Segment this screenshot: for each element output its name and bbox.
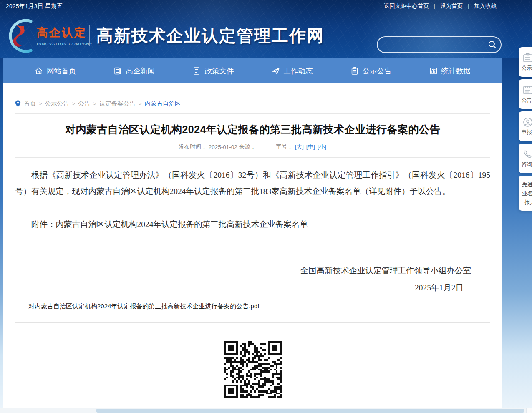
nav-label: 统计数据 [441, 66, 471, 76]
font-size-label: 字号： [276, 143, 293, 151]
link-separator: | [434, 3, 435, 9]
add-favorite-link[interactable]: 加入收藏 [474, 3, 497, 10]
article-body: 根据《高新技术企业认定管理办法》（国科发火〔2016〕32号）和《高新技术企业认… [15, 167, 490, 293]
nav-item-announcements[interactable]: 公示公告 [350, 66, 392, 76]
divider [15, 113, 490, 114]
topbar: 2025年1月3日 星期五 返回火炬中心首页 | 设为首页 | 加入收藏 [0, 0, 532, 13]
search-input[interactable] [378, 37, 484, 52]
divider [15, 322, 490, 323]
torch-center-home-link[interactable]: 返回火炬中心首页 [384, 3, 429, 10]
signature-organization: 全国高新技术企业认定管理工作领导小组办公室 [15, 265, 490, 276]
breadcrumb-announcements[interactable]: 公示公告 [45, 100, 69, 108]
publish-date: 2025-01-02 [209, 144, 237, 150]
nav-label: 网站首页 [47, 66, 76, 76]
clipboard-icon [350, 67, 359, 75]
article-title: 对内蒙古自治区认定机构2024年认定报备的第三批高新技术企业进行备案的公告 [15, 123, 490, 136]
brand-row: 高企认定 INNOVATION COMPANY 高新技术企业认定管理工作网 [0, 13, 532, 58]
clipboard-icon [522, 53, 532, 63]
topbar-links: 返回火炬中心首页 | 设为首页 | 加入收藏 [384, 3, 497, 10]
user-circle-icon [522, 117, 532, 127]
horizontal-scrollbar [0, 408, 532, 413]
source-label: 来源： [239, 143, 256, 151]
certificate-icon [522, 85, 532, 95]
breadcrumb: 首页 > 公示公告 > 公告 > 认定备案公告 > 内蒙古自治区 [15, 100, 490, 108]
scrollbar-corner [526, 408, 532, 413]
search-button[interactable] [484, 37, 501, 52]
sidebar-card-consult-phone[interactable]: 咨询电话 [519, 144, 532, 173]
nav-item-statistics[interactable]: 统计数据 [429, 66, 471, 76]
phone-icon [522, 149, 532, 159]
article-paragraph: 根据《高新技术企业认定管理办法》（国科发火〔2016〕32号）和《高新技术企业认… [15, 167, 490, 199]
sidebar-card-label: 公告企业 [522, 97, 532, 103]
sidebar-card-label: 咨询电话 [522, 161, 532, 168]
search-box [377, 36, 502, 53]
site-header: 2025年1月3日 星期五 返回火炬中心首页 | 设为首页 | 加入收藏 [0, 0, 532, 58]
nav-item-work-trends[interactable]: 工作动态 [272, 66, 313, 76]
breadcrumb-separator: > [72, 101, 76, 107]
logo-swoosh-icon [4, 16, 35, 55]
current-date: 2025年1月3日 星期五 [6, 3, 63, 10]
news-icon [113, 67, 122, 75]
font-size-small-button[interactable]: [小] [318, 143, 326, 151]
breadcrumb-notice[interactable]: 公告 [78, 100, 90, 108]
nav-item-home[interactable]: 网站首页 [35, 66, 76, 76]
attachment-line: 附件：内蒙古自治区认定机构2024年认定报备的第三批高新技术企业备案名单 [15, 216, 490, 232]
sidebar-card-public-list[interactable]: 公示企业 [519, 47, 532, 77]
nav-label: 工作动态 [284, 66, 313, 76]
nav-label: 高企新闻 [126, 66, 155, 76]
brand-divider [89, 25, 90, 46]
breadcrumb-separator: > [93, 101, 96, 107]
site-logo[interactable]: 高企认定 INNOVATION COMPANY [4, 16, 86, 55]
qr-code-image [224, 341, 282, 398]
logo-title: 高企认定 [37, 25, 93, 40]
breadcrumb-record-notice[interactable]: 认定备案公告 [99, 100, 136, 108]
font-size-large-button[interactable]: [大] [295, 143, 304, 151]
chart-icon [429, 67, 438, 75]
nav-item-policy[interactable]: 政策文件 [192, 66, 234, 76]
signature-date: 2025年1月2日 [15, 282, 490, 293]
sidebar-card-announced-list[interactable]: 公告企业 [519, 79, 532, 109]
main-nav: 网站首页 高企新闻 政策文件 工作动态 [3, 58, 502, 83]
publish-time-label: 发布时间： [179, 143, 207, 151]
breadcrumb-separator: > [39, 101, 42, 107]
breadcrumb-current: 内蒙古自治区 [144, 100, 181, 108]
floating-sidebar: 公示企业 公告企业 申报指南 咨询电话 先进制造业名单填报入口 [519, 47, 532, 213]
link-separator: | [468, 3, 469, 9]
divider [15, 157, 490, 158]
article-meta: 发布时间： 2025-01-02 来源： 字号： [大] [中] [小] [15, 143, 490, 151]
sidebar-card-advanced-manufacturing-entry[interactable]: 先进制造业名单填报入口 [519, 176, 532, 211]
logo-subtitle: INNOVATION COMPANY [37, 41, 93, 46]
font-size-medium-button[interactable]: [中] [306, 143, 315, 151]
horizontal-scrollbar-thumb[interactable] [96, 409, 524, 413]
nav-label: 公示公告 [363, 66, 392, 76]
content-panel: 首页 > 公示公告 > 公告 > 认定备案公告 > 内蒙古自治区 对内蒙古自治区… [3, 83, 502, 413]
pdf-attachment-link[interactable]: 对内蒙古自治区认定机构2024年认定报备的第三批高新技术企业进行备案的公告.pd… [28, 302, 259, 310]
nav-item-news[interactable]: 高企新闻 [113, 66, 155, 76]
search-icon [488, 40, 497, 49]
breadcrumb-home[interactable]: 首页 [24, 100, 36, 108]
home-icon [35, 67, 43, 75]
sidebar-card-label: 公示企业 [522, 65, 532, 71]
logo-texts: 高企认定 INNOVATION COMPANY [37, 25, 93, 46]
location-pin-icon [15, 100, 21, 107]
sidebar-card-label: 申报指南 [522, 129, 532, 136]
document-icon [192, 67, 201, 75]
set-homepage-link[interactable]: 设为首页 [440, 3, 463, 10]
sidebar-card-application-guide[interactable]: 申报指南 [519, 111, 532, 141]
sidebar-card-label: 先进制造业名单填报入口 [522, 180, 532, 206]
breadcrumb-separator: > [139, 101, 142, 107]
site-title: 高新技术企业认定管理工作网 [96, 24, 324, 47]
paper-plane-icon [272, 67, 280, 75]
page: 2025年1月3日 星期五 返回火炬中心首页 | 设为首页 | 加入收藏 [0, 0, 532, 413]
qr-code [218, 335, 287, 405]
nav-label: 政策文件 [204, 66, 234, 76]
